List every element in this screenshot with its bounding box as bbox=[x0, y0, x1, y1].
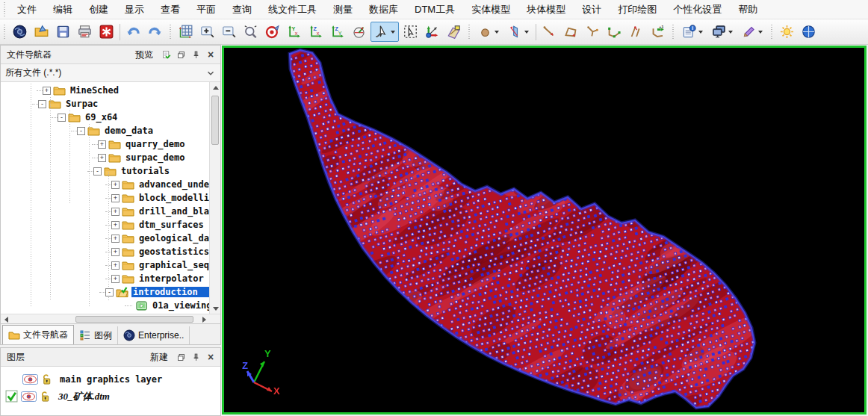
tree-item[interactable]: +advanced_underg bbox=[1, 178, 209, 191]
layer-lock-icon[interactable] bbox=[41, 373, 52, 385]
collapse-minus-icon[interactable]: - bbox=[77, 127, 85, 135]
tree-vertical-scrollbar[interactable] bbox=[209, 82, 220, 314]
toolbar-grip[interactable] bbox=[467, 25, 471, 40]
pin-panel-icon[interactable] bbox=[189, 48, 202, 61]
menu-item[interactable]: 个性化设置 bbox=[665, 0, 730, 19]
redo-button[interactable] bbox=[145, 22, 165, 42]
digitise-zigzag-button[interactable] bbox=[626, 22, 646, 42]
digitise-polygon-button[interactable] bbox=[561, 22, 581, 42]
dropdown-arrow-icon[interactable] bbox=[758, 31, 763, 34]
menu-item[interactable]: 查询 bbox=[224, 0, 260, 19]
expand-plus-icon[interactable]: + bbox=[111, 248, 120, 256]
preview-button[interactable]: 预览 bbox=[131, 49, 158, 61]
pin-panel-icon[interactable] bbox=[189, 350, 202, 364]
tree-item[interactable]: +dtm_surfaces bbox=[1, 218, 209, 232]
collapse-minus-icon[interactable]: - bbox=[93, 167, 102, 176]
menu-grip[interactable] bbox=[2, 2, 7, 17]
digitise-append-button[interactable]: +1 bbox=[648, 22, 668, 42]
tree-item[interactable]: +geological_dat bbox=[1, 232, 209, 245]
close-panel-icon[interactable]: × bbox=[204, 48, 217, 61]
menu-item[interactable]: 文件 bbox=[9, 0, 45, 19]
section-plane-button[interactable] bbox=[504, 22, 533, 42]
digitise-line-button[interactable] bbox=[539, 22, 559, 42]
tree-item[interactable]: -introduction bbox=[1, 285, 209, 299]
dropdown-arrow-icon[interactable] bbox=[391, 31, 395, 34]
toolbar-grip[interactable] bbox=[168, 25, 173, 40]
menu-item[interactable]: 设计 bbox=[574, 0, 610, 19]
menu-item[interactable]: 测量 bbox=[325, 0, 361, 19]
menu-item[interactable]: 帮助 bbox=[730, 0, 766, 19]
tab-legend[interactable]: 图例 bbox=[74, 326, 118, 344]
tree-item[interactable]: +surpac_demo bbox=[1, 151, 209, 164]
menu-item[interactable]: 显示 bbox=[117, 0, 152, 19]
viewport-3d[interactable]: Y Z X bbox=[222, 46, 867, 415]
scrollbar-thumb[interactable] bbox=[211, 96, 219, 145]
menu-item[interactable]: 块体模型 bbox=[518, 0, 574, 19]
menu-item[interactable]: 打印绘图 bbox=[610, 0, 665, 19]
collapse-minus-icon[interactable]: - bbox=[105, 288, 114, 297]
tree-item[interactable]: -69_x64 bbox=[1, 111, 209, 124]
axis-zy-button[interactable]: ZY bbox=[327, 22, 347, 42]
view-target-button[interactable] bbox=[262, 22, 282, 42]
tree-item[interactable]: 01a_viewing bbox=[1, 299, 209, 312]
layer-lock-icon[interactable] bbox=[40, 391, 51, 403]
save-button[interactable] bbox=[53, 22, 73, 42]
axis-xy-button[interactable]: Yx bbox=[284, 22, 304, 42]
preview-icon[interactable] bbox=[159, 48, 173, 61]
edit-pencil-button[interactable] bbox=[738, 22, 766, 42]
axis-zx-button[interactable]: Zx bbox=[306, 22, 326, 42]
zoom-window-button[interactable] bbox=[241, 22, 261, 42]
layer-visibility-eye-icon[interactable] bbox=[21, 391, 37, 402]
scroll-right-icon[interactable] bbox=[199, 314, 209, 324]
expand-plus-icon[interactable]: + bbox=[111, 181, 120, 189]
select-mode-button[interactable] bbox=[371, 22, 399, 42]
close-panel-icon[interactable]: × bbox=[204, 350, 217, 364]
toolbar-grip[interactable] bbox=[769, 25, 774, 40]
scroll-down-icon[interactable] bbox=[210, 303, 220, 314]
lighting-button[interactable] bbox=[777, 22, 797, 42]
expand-plus-icon[interactable]: + bbox=[111, 261, 120, 270]
scrollbar-thumb[interactable] bbox=[75, 316, 193, 323]
collapse-minus-icon[interactable]: - bbox=[58, 114, 66, 122]
zoom-out-button[interactable] bbox=[219, 22, 239, 42]
expand-plus-icon[interactable]: + bbox=[98, 140, 106, 149]
menu-item[interactable]: DTM工具 bbox=[406, 0, 463, 19]
select-box-button[interactable] bbox=[400, 22, 421, 42]
menu-item[interactable]: 线文件工具 bbox=[260, 0, 325, 19]
move-3d-button[interactable] bbox=[422, 22, 442, 42]
zoom-in-button[interactable] bbox=[197, 22, 217, 42]
menu-item[interactable]: 实体模型 bbox=[463, 0, 518, 19]
tree-item[interactable]: -demo_data bbox=[1, 124, 209, 137]
tree-item[interactable]: +drill_and_blast bbox=[1, 205, 209, 218]
plane-view-button[interactable] bbox=[444, 22, 464, 42]
tree-item[interactable]: -Surpac bbox=[1, 97, 209, 111]
toolbar-grip[interactable] bbox=[2, 25, 7, 40]
report-info-button[interactable]: i bbox=[678, 22, 707, 42]
menu-item[interactable]: 数据库 bbox=[361, 0, 406, 19]
rotate-view-button[interactable] bbox=[349, 22, 369, 42]
collapse-minus-icon[interactable]: - bbox=[38, 100, 46, 108]
dropdown-arrow-icon[interactable] bbox=[698, 31, 703, 34]
tab-folder-tab[interactable]: 文件导航器 bbox=[2, 325, 74, 344]
dropdown-arrow-icon[interactable] bbox=[524, 31, 529, 34]
displays-button[interactable] bbox=[708, 22, 737, 42]
toolbar-grip[interactable] bbox=[671, 25, 675, 40]
print-button[interactable] bbox=[75, 22, 95, 42]
tree-item[interactable]: +quarry_demo bbox=[1, 137, 209, 151]
undo-button[interactable] bbox=[123, 22, 143, 42]
layer-checkbox-checked[interactable] bbox=[5, 390, 18, 403]
graphics-canvas[interactable] bbox=[224, 48, 865, 412]
dropdown-arrow-icon[interactable] bbox=[495, 31, 499, 34]
scroll-left-icon[interactable] bbox=[1, 314, 11, 324]
menu-item[interactable]: 平面 bbox=[188, 0, 224, 19]
expand-plus-icon[interactable]: + bbox=[111, 235, 120, 243]
scroll-up-icon[interactable] bbox=[210, 82, 220, 93]
tab-globe[interactable]: Enterprise.. bbox=[118, 326, 190, 344]
tree-item[interactable]: +MineSched bbox=[1, 84, 209, 97]
layer-visibility-eye-icon[interactable] bbox=[22, 374, 38, 385]
file-filter-select[interactable]: 所有文件 (.*.*) bbox=[1, 64, 220, 82]
new-layer-button[interactable]: 新建 bbox=[146, 351, 173, 364]
tree-item[interactable]: +geostatistics bbox=[1, 245, 209, 258]
menu-item[interactable]: 查看 bbox=[152, 0, 188, 19]
menu-item[interactable]: 编辑 bbox=[45, 0, 81, 19]
